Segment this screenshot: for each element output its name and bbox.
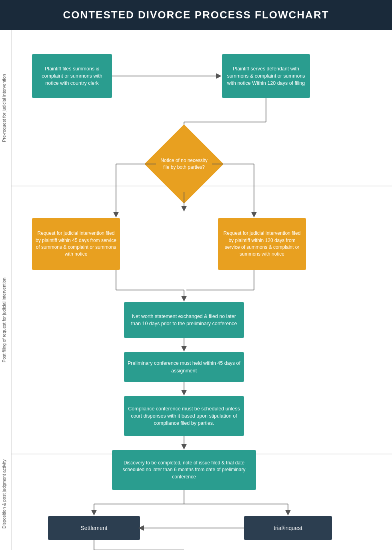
page-header: CONTESTED DIVORCE PROCESS FLOWCHART xyxy=(0,0,392,30)
arrow-to-settlement xyxy=(91,510,97,516)
section3-label: Disposition & post judgment activity xyxy=(2,459,6,529)
diamond-text: Notice of no necessity file by both part… xyxy=(158,157,210,171)
arrow-to-trial xyxy=(285,510,291,516)
plaintiff-files-text: Plaintiff files summons & complaint or s… xyxy=(35,65,109,87)
preliminary-text: Preliminary conference must held within … xyxy=(127,360,241,374)
rji-120-text: Request for judicial intervention filed … xyxy=(221,230,303,258)
compliance-text: Compliance conference must be scheduled … xyxy=(127,405,241,427)
arrow-to-rji45 xyxy=(113,212,119,218)
arrow-nw-to-prelim xyxy=(181,346,187,352)
rji-45-text: Request for judicial intervention filed … xyxy=(35,230,117,258)
page-title: CONTESTED DIVORCE PROCESS FLOWCHART xyxy=(63,9,329,21)
arrow-comply-to-disc xyxy=(181,444,187,450)
arrow-prelim-to-comply xyxy=(181,390,187,396)
net-worth-text: Net worth statement exchanged & filed no… xyxy=(127,313,241,327)
arrow-diamond-down xyxy=(181,206,187,212)
discovery-text: Discovery to be completed, note of issue… xyxy=(115,460,253,480)
flowchart-container: Pre-request for judicial intervention Po… xyxy=(0,30,392,552)
section2-label: Post filing of request for judicial inte… xyxy=(2,278,6,362)
settlement-text: Settlement xyxy=(81,524,108,532)
section1-label: Pre-request for judicial intervention xyxy=(2,74,6,142)
plaintiff-serves-text: Plaintiff serves defendant with summons … xyxy=(225,65,307,87)
flowchart-svg: Pre-request for judicial intervention Po… xyxy=(0,30,392,550)
arrow-to-serves xyxy=(216,73,222,79)
arrow-rji45-to-nw xyxy=(181,296,187,302)
arrow-to-rji120 xyxy=(251,212,257,218)
trial-text: trial/inquest xyxy=(274,524,302,532)
